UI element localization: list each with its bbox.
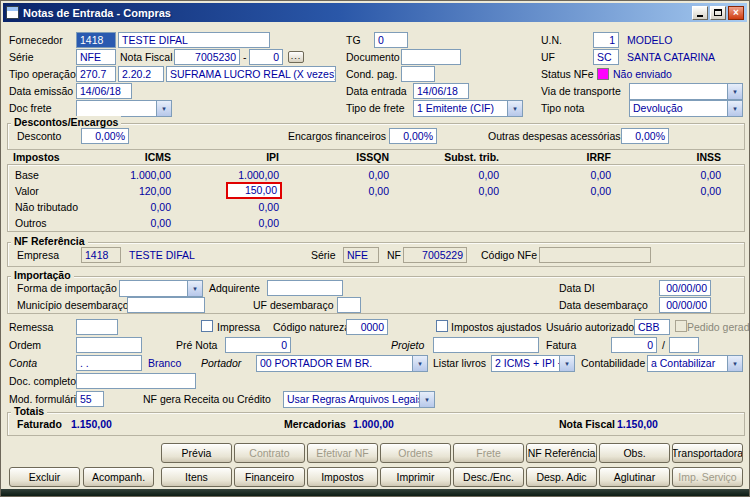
pre-nota-label: Pré Nota — [176, 339, 217, 352]
nota-fiscal-separator: - — [243, 51, 247, 64]
codigo-natureza-input[interactable]: 0000 — [346, 319, 388, 335]
data-emissao-label: Data emissão — [9, 85, 73, 98]
serie-input[interactable]: NFE — [76, 49, 116, 65]
nota-fiscal-input[interactable]: 7005230 — [174, 49, 240, 65]
ipi-valor-input[interactable]: 150,00 — [226, 182, 282, 199]
previa-button[interactable]: Prévia — [161, 443, 232, 463]
cond-pag-label: Cond. pag. — [346, 68, 397, 81]
listar-livros-combo[interactable]: 2 ICMS + IPI + ISS ▾ — [491, 355, 575, 372]
nf-referencia-button[interactable]: NF Referência — [526, 443, 597, 463]
dropdown-arrow-icon[interactable]: ▾ — [412, 356, 427, 371]
uf-desembaraco-input[interactable] — [337, 297, 361, 313]
desp-adic-button[interactable]: Desp. Adic — [526, 467, 597, 487]
un-input[interactable]: 1 — [593, 32, 619, 48]
imprimir-button[interactable]: Imprimir — [380, 467, 451, 487]
itens-button[interactable]: Itens — [161, 467, 232, 487]
titlebar[interactable]: Notas de Entrada - Compras × — [3, 3, 747, 22]
tipo-operacao-code1-input[interactable]: 270.7 — [76, 66, 116, 82]
projeto-input[interactable] — [433, 337, 539, 353]
dropdown-arrow-icon[interactable]: ▾ — [559, 356, 574, 371]
obs-button[interactable]: Obs. — [599, 443, 670, 463]
tipo-operacao-code2-input[interactable]: 2.20.2 — [118, 66, 164, 82]
impressa-label: Impressa — [217, 321, 260, 334]
transportadora-button[interactable]: Transportadora — [672, 443, 743, 463]
codigo-nfe-label: Código NFe — [481, 249, 537, 262]
browse-button[interactable]: ... — [288, 51, 304, 63]
doc-completo-input[interactable] — [76, 373, 196, 389]
pedido-gerado-label: Pedido gerado — [687, 321, 750, 334]
fornecedor-code-input[interactable]: 1418 — [76, 32, 116, 48]
outras-despesas-input[interactable]: 0,00% — [621, 128, 669, 144]
ordem-input[interactable] — [76, 337, 142, 353]
close-button[interactable]: × — [728, 6, 744, 20]
fornecedor-name-input[interactable]: TESTE DIFAL — [118, 32, 270, 48]
tipo-frete-combo[interactable]: 1 Emitente (CIF) ▾ — [413, 100, 523, 117]
desconto-input[interactable]: 0,00% — [81, 128, 129, 144]
dropdown-arrow-icon[interactable]: ▾ — [156, 101, 171, 116]
valor-issqn-value: 0,00 — [304, 185, 389, 198]
impostos-ajustados-checkbox[interactable] — [436, 320, 448, 332]
documento-input[interactable] — [401, 49, 461, 65]
data-di-input[interactable]: 00/00/00 — [659, 280, 711, 296]
pre-nota-input[interactable]: 0 — [225, 337, 291, 353]
desc-enc-button[interactable]: Desc./Enc. — [453, 467, 524, 487]
tipo-nota-combo[interactable]: Devolução ▾ — [629, 100, 743, 117]
cond-pag-input[interactable] — [401, 66, 435, 82]
impostos-button[interactable]: Impostos — [307, 467, 378, 487]
base-ipi-value: 1.000,00 — [194, 169, 279, 182]
nota-fiscal-total-label: Nota Fiscal — [559, 418, 615, 431]
un-label: U.N. — [541, 34, 562, 47]
desconto-label: Desconto — [17, 130, 61, 143]
conta-name-text: Branco — [148, 357, 181, 370]
frete-button: Frete — [453, 443, 524, 463]
doc-frete-combo[interactable]: ▾ — [76, 100, 172, 117]
minimize-button[interactable] — [692, 6, 708, 20]
remessa-input[interactable] — [76, 319, 118, 335]
excluir-button[interactable]: Excluir — [9, 467, 80, 487]
contrato-button: Contrato — [234, 443, 305, 463]
financeiro-button[interactable]: Financeiro — [234, 467, 305, 487]
data-entrada-input[interactable]: 14/06/18 — [413, 83, 469, 99]
tipo-frete-label: Tipo de frete — [346, 102, 405, 115]
contabilidade-combo[interactable]: a Contabilizar ▾ — [647, 355, 743, 372]
fatura-input[interactable]: 0 — [611, 337, 657, 353]
conta-input[interactable]: . . — [76, 355, 142, 371]
fatura-seq-input[interactable] — [669, 337, 699, 353]
nf-ref-nf-input: 7005229 — [403, 247, 467, 263]
dropdown-arrow-icon[interactable]: ▾ — [507, 101, 522, 116]
data-desembaraco-input[interactable]: 00/00/00 — [659, 297, 711, 313]
tg-input[interactable]: 0 — [374, 32, 408, 48]
nf-ref-nf-label: NF — [387, 249, 401, 262]
portador-combo[interactable]: 00 PORTADOR EM BR. ▾ — [256, 355, 428, 372]
tipo-operacao-desc-input[interactable]: SUFRAMA LUCRO REAL (X vezes) — [166, 66, 336, 82]
dropdown-arrow-icon[interactable]: ▾ — [727, 356, 742, 371]
maximize-button[interactable] — [710, 6, 726, 20]
mercadorias-label: Mercadorias — [284, 418, 346, 431]
dropdown-arrow-icon[interactable]: ▾ — [187, 281, 202, 296]
mod-formulario-input[interactable]: 55 — [76, 391, 104, 407]
tipo-operacao-label: Tipo operação — [9, 68, 76, 81]
usuario-autorizado-input[interactable]: CBB — [634, 319, 670, 335]
empresa-input: 1418 — [81, 247, 121, 263]
via-transporte-combo[interactable]: ▾ — [629, 83, 743, 100]
aglutinar-button[interactable]: Aglutinar — [599, 467, 670, 487]
ordem-label: Ordem — [9, 339, 41, 352]
data-emissao-input[interactable]: 14/06/18 — [76, 83, 132, 99]
portador-combo-value: 00 PORTADOR EM BR. — [260, 357, 372, 369]
acompanh-button[interactable]: Acompanh. — [83, 467, 154, 487]
totais-title: Totais — [11, 405, 47, 418]
dropdown-arrow-icon[interactable]: ▾ — [419, 392, 434, 407]
nf-gera-combo[interactable]: Usar Regras Arquivos Legais ▾ — [283, 391, 435, 408]
dropdown-arrow-icon[interactable]: ▾ — [727, 101, 742, 116]
impressa-checkbox[interactable] — [201, 320, 213, 332]
dropdown-arrow-icon[interactable]: ▾ — [727, 84, 742, 99]
data-entrada-label: Data entrada — [346, 85, 407, 98]
adquirente-input[interactable] — [267, 280, 343, 296]
encargos-input[interactable]: 0,00% — [389, 128, 437, 144]
uf-input[interactable]: SC — [593, 49, 619, 65]
nf-ref-serie-input: NFE — [343, 247, 379, 263]
municipio-desembaraco-input[interactable] — [127, 297, 205, 313]
forma-importacao-combo[interactable]: ▾ — [119, 280, 203, 297]
nota-fiscal-seq-input[interactable]: 0 — [249, 49, 283, 65]
valor-icms-value: 120,00 — [86, 185, 171, 198]
